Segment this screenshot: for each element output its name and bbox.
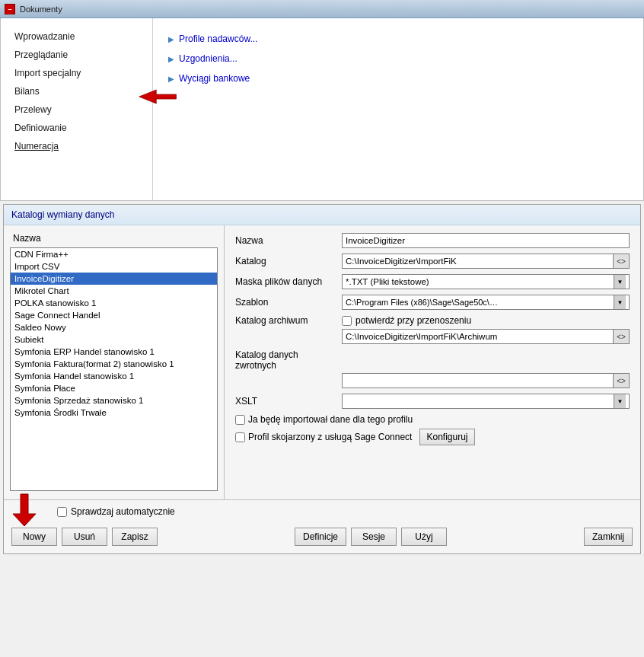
katalog-input-group: <> bbox=[342, 254, 630, 269]
potwierdz-checkbox[interactable] bbox=[342, 316, 352, 326]
label-xslt: XSLT bbox=[235, 396, 342, 407]
nav-item-definiowanie[interactable]: Definiowanie bbox=[13, 119, 140, 137]
list-item-sage-connect[interactable]: Sage Connect Handel bbox=[11, 309, 217, 321]
svg-marker-1 bbox=[13, 494, 36, 526]
archiwum-input-group: <> bbox=[342, 329, 630, 344]
usun-button[interactable]: Usuń bbox=[62, 528, 107, 546]
ja-bede-checkbox[interactable] bbox=[235, 415, 245, 425]
zwrotnych-input-group: <> bbox=[342, 373, 630, 388]
szablon-dropdown-arrow[interactable]: ▼ bbox=[614, 295, 626, 309]
list-item-symfonia-sprzedaz[interactable]: Symfonia Sprzedaż stanowisko 1 bbox=[11, 394, 217, 407]
form-row-szablon: Szablon C:\Program Files (x86)\Sage\Sage… bbox=[235, 295, 630, 310]
nav-link-uzgodnienia[interactable]: Uzgodnienia... bbox=[168, 49, 628, 69]
form-row-ja-bede: Ja będę importował dane dla tego profilu bbox=[235, 414, 630, 425]
input-nazwa[interactable] bbox=[342, 233, 630, 248]
form-row-archive-path: <> bbox=[235, 329, 630, 344]
list-box[interactable]: CDN Firma++ Import CSV InvoiceDigitizer … bbox=[10, 247, 218, 491]
nav-item-przelewy[interactable]: Przelewy bbox=[13, 100, 140, 119]
label-nazwa: Nazwa bbox=[235, 235, 342, 246]
input-katalog-zwrotnych[interactable] bbox=[342, 373, 613, 388]
list-panel: Nazwa CDN Firma++ Import CSV InvoiceDigi… bbox=[4, 225, 225, 499]
label-katalog: Katalog bbox=[235, 256, 342, 266]
input-katalog[interactable] bbox=[342, 254, 613, 269]
button-row: Nowy Usuń Zapisz Definicje Sesje Użyj Za… bbox=[4, 523, 640, 553]
nav-item-import-specjalny[interactable]: Import specjalny bbox=[13, 64, 140, 82]
nav-item-bilans[interactable]: Bilans bbox=[13, 82, 140, 100]
sesje-button[interactable]: Sesje bbox=[351, 528, 397, 546]
szablon-select-display[interactable]: C:\Program Files (x86)\Sage\Sage50c\20.4… bbox=[342, 295, 630, 310]
sprawdzaj-label[interactable]: Sprawdzaj automatycznie bbox=[57, 506, 175, 517]
katalog-browse-button[interactable]: <> bbox=[613, 254, 630, 269]
sprawdzaj-checkbox[interactable] bbox=[57, 507, 67, 517]
potwierdz-label: potwierdź przy przenoszeniu bbox=[355, 315, 471, 326]
list-item-polka[interactable]: POLKA stanowisko 1 bbox=[11, 297, 217, 309]
list-item-symfonia-erp[interactable]: Symfonia ERP Handel stanowisko 1 bbox=[11, 346, 217, 358]
maska-select-container: *.TXT (Pliki tekstowe) ▼ bbox=[342, 274, 630, 289]
dialog-body: Nazwa CDN Firma++ Import CSV InvoiceDigi… bbox=[4, 225, 640, 499]
form-row-nazwa: Nazwa bbox=[235, 233, 630, 248]
input-katalog-archiwum[interactable] bbox=[342, 329, 613, 344]
sprawdzaj-text: Sprawdzaj automatycznie bbox=[71, 506, 175, 517]
potwierdz-checkbox-label[interactable]: potwierdź przy przenoszeniu bbox=[342, 315, 471, 326]
list-item-symfonia-handel[interactable]: Symfonia Handel stanowisko 1 bbox=[11, 370, 217, 382]
form-panel: Nazwa Katalog <> Maska plików danych *.T… bbox=[225, 225, 640, 499]
form-row-maska: Maska plików danych *.TXT (Pliki tekstow… bbox=[235, 274, 630, 289]
dialog-title: Katalogi wymiany danych bbox=[4, 205, 640, 225]
ja-bede-label: Ja będę importował dane dla tego profilu bbox=[248, 414, 413, 425]
down-arrow-annotation bbox=[11, 493, 49, 528]
nav-link-profile-nadawcow[interactable]: Profile nadawców... bbox=[168, 29, 628, 49]
definicje-button[interactable]: Definicje bbox=[295, 528, 346, 546]
label-katalog-zwrotnych: Katalog danych zwrotnych bbox=[235, 349, 342, 371]
xslt-select-display[interactable]: ▼ bbox=[342, 394, 630, 409]
archiwum-browse-button[interactable]: <> bbox=[613, 329, 630, 344]
zapisz-button[interactable]: Zapisz bbox=[112, 528, 158, 546]
form-row-profil-skojarzony: Profil skojarzony z usługą Sage Connect … bbox=[235, 429, 630, 445]
list-item-invoice-digitizer[interactable]: InvoiceDigitizer bbox=[11, 273, 217, 285]
szablon-select-container: C:\Program Files (x86)\Sage\Sage50c\20.4… bbox=[342, 295, 630, 310]
uzyj-button[interactable]: Użyj bbox=[401, 528, 447, 546]
list-header: Nazwa bbox=[10, 231, 218, 245]
katalogi-dialog: Katalogi wymiany danych Nazwa CDN Firma+… bbox=[3, 204, 641, 554]
nav-item-wprowadzanie[interactable]: Wprowadzanie bbox=[13, 27, 140, 46]
xslt-dropdown-arrow[interactable]: ▼ bbox=[614, 394, 626, 408]
dialog-footer: Sprawdzaj automatycznie bbox=[4, 499, 640, 523]
profil-skojarzony-label: Profil skojarzony z usługą Sage Connect bbox=[248, 432, 412, 442]
szablon-selected-value: C:\Program Files (x86)\Sage\Sage50c\20.4… bbox=[346, 298, 498, 307]
nav-left: Wprowadzanie Przeglądanie Import specjal… bbox=[1, 18, 153, 200]
label-maska: Maska plików danych bbox=[235, 276, 342, 287]
list-item-saldeo[interactable]: Saldeo Nowy bbox=[11, 321, 217, 333]
zwrotnych-browse-button[interactable]: <> bbox=[613, 373, 630, 388]
list-item-symfonia-srodki[interactable]: Symfonia Środki Trwałe bbox=[11, 407, 217, 419]
list-item-cdn-firma[interactable]: CDN Firma++ bbox=[11, 248, 217, 260]
zamknij-button[interactable]: Zamknij bbox=[584, 528, 633, 546]
profil-skojarzony-checkbox[interactable] bbox=[235, 432, 245, 442]
top-panel: Wprowadzanie Przeglądanie Import specjal… bbox=[0, 18, 644, 201]
konfiguruj-button[interactable]: Konfiguruj bbox=[419, 429, 474, 445]
form-row-katalog: Katalog <> bbox=[235, 254, 630, 269]
form-row-zwrotnych-path: <> bbox=[235, 373, 630, 388]
maska-selected-value: *.TXT (Pliki tekstowe) bbox=[346, 277, 429, 286]
nav-right: Profile nadawców... Uzgodnienia... Wycią… bbox=[153, 18, 643, 200]
nowy-button[interactable]: Nowy bbox=[11, 528, 57, 546]
title-bar-icon: – bbox=[5, 4, 15, 14]
nav-link-wyciagi[interactable]: Wyciągi bankowe bbox=[168, 69, 628, 88]
label-szablon: Szablon bbox=[235, 297, 342, 308]
maska-dropdown-arrow[interactable]: ▼ bbox=[614, 275, 626, 289]
title-bar: – Dokumenty bbox=[0, 0, 644, 18]
list-item-symfonia-faktura[interactable]: Symfonia Faktura(format 2) stanowisko 1 bbox=[11, 358, 217, 370]
title-bar-title: Dokumenty bbox=[20, 5, 62, 14]
list-item-import-csv[interactable]: Import CSV bbox=[11, 260, 217, 273]
form-row-xslt: XSLT ▼ bbox=[235, 394, 630, 409]
nav-item-przegladanie[interactable]: Przeglądanie bbox=[13, 46, 140, 64]
xslt-select-container: ▼ bbox=[342, 394, 630, 409]
nav-item-numeracja[interactable]: Numeracja bbox=[13, 137, 140, 155]
label-katalog-archiwum: Katalog archiwum bbox=[235, 315, 342, 326]
form-row-archive-label: Katalog archiwum potwierdź przy przenosz… bbox=[235, 315, 630, 326]
list-item-subiekt[interactable]: Subiekt bbox=[11, 333, 217, 346]
maska-select-display[interactable]: *.TXT (Pliki tekstowe) ▼ bbox=[342, 274, 630, 289]
form-row-zwrotnych-label: Katalog danych zwrotnych bbox=[235, 349, 630, 371]
list-item-mikrotel-chart[interactable]: Mikrotel Chart bbox=[11, 285, 217, 297]
list-item-symfonia-place[interactable]: Symfonia Płace bbox=[11, 382, 217, 394]
